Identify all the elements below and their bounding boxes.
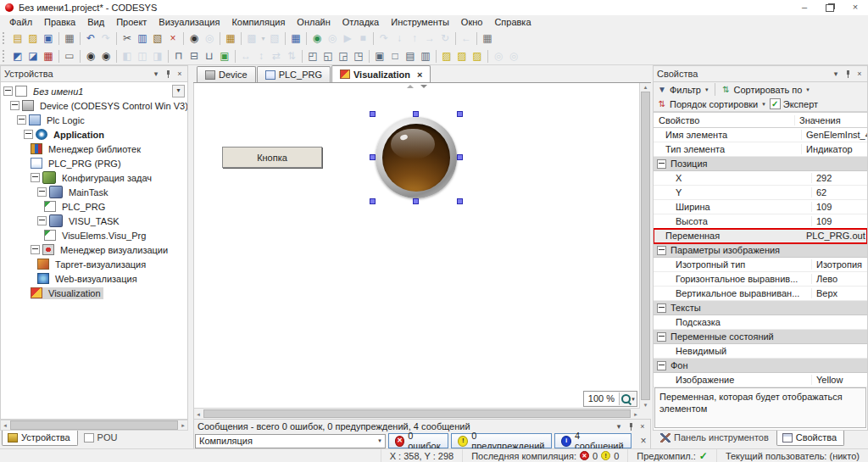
menu-Компиляция[interactable]: Компиляция — [225, 16, 291, 28]
new-file-icon[interactable]: ▤ — [10, 31, 25, 46]
property-row-Переменная[interactable]: ПеременнаяPLC_PRG.out — [654, 229, 867, 243]
tree-item-task[interactable]: VISU_TASK — [1, 214, 187, 228]
scrollbar-thumb[interactable] — [641, 92, 650, 400]
zoom-control[interactable]: 100 % ▾ — [583, 391, 637, 407]
property-row-Имя элемента[interactable]: Имя элементаGenElemInst_4 — [654, 128, 867, 142]
expand-collapse-toggle[interactable] — [31, 173, 40, 182]
order-bring-front-icon[interactable]: ◰ — [305, 49, 320, 64]
editor-tab-plc_prg[interactable]: PLC_PRG — [257, 66, 331, 82]
property-value[interactable]: Yellow — [811, 375, 867, 385]
tree-item-task[interactable]: MainTask — [1, 185, 187, 199]
visu-find-icon[interactable]: ◉ — [83, 49, 98, 64]
menu-Проект[interactable]: Проект — [110, 16, 153, 28]
property-value[interactable]: Индикатор — [801, 144, 867, 154]
devices-horizontal-scrollbar[interactable]: ◂ ▸ — [0, 420, 188, 431]
order-one-forward-icon[interactable]: ◱ — [320, 49, 336, 64]
canvas-vertical-scrollbar[interactable]: ▴ ▾ — [639, 83, 651, 409]
property-row-X[interactable]: X292 — [654, 171, 867, 186]
editor-tab-device[interactable]: Device — [197, 66, 256, 82]
tree-item-library-manager[interactable]: Менеджер библиотек — [1, 142, 187, 156]
toolbar-grip[interactable] — [3, 50, 8, 62]
menu-Окно[interactable]: Окно — [455, 16, 489, 28]
close-button[interactable]: × — [843, 0, 868, 15]
expand-collapse-toggle[interactable] — [37, 216, 47, 225]
tab-pou[interactable]: POU — [78, 431, 125, 446]
expand-collapse-toggle[interactable] — [37, 187, 47, 197]
paste-icon[interactable]: ▧ — [150, 31, 165, 46]
panel-dropdown-icon[interactable]: ▾ — [150, 69, 162, 80]
property-row-Изотропный тип[interactable]: Изотропный типИзотропия — [654, 258, 867, 272]
copy-icon[interactable]: ▥ — [135, 31, 150, 46]
close-panel-icon[interactable]: × — [174, 69, 186, 80]
property-value[interactable]: Лево — [811, 274, 867, 284]
find-icon[interactable]: ◉ — [186, 31, 202, 46]
expand-collapse-toggle[interactable] — [3, 86, 13, 96]
save-icon[interactable]: ▣ — [41, 31, 56, 46]
menu-Визуализация[interactable]: Визуализация — [153, 16, 225, 28]
collapse-group-toggle[interactable] — [657, 159, 666, 169]
tree-item-application[interactable]: Application — [1, 127, 187, 142]
property-group-Позиция[interactable]: Позиция — [654, 157, 867, 171]
property-value[interactable]: 109 — [811, 216, 867, 226]
property-value[interactable]: 62 — [811, 187, 867, 198]
scroll-right-icon[interactable]: ▸ — [632, 410, 640, 418]
minimize-button[interactable]: – — [792, 0, 817, 15]
menu-Инструменты[interactable]: Инструменты — [385, 16, 455, 28]
property-row-Вертикальное выравниван...[interactable]: Вертикальное выравниван...Верх — [654, 287, 867, 301]
tab-devices[interactable]: Устройства — [2, 431, 78, 446]
visu-pointer-icon[interactable]: ◩ — [10, 49, 25, 64]
library-manager-icon[interactable]: ▦ — [223, 31, 238, 46]
tab-properties[interactable]: Свойства — [776, 431, 844, 446]
property-row-Подсказка[interactable]: Подсказка — [654, 315, 867, 330]
expand-collapse-toggle[interactable] — [17, 115, 26, 125]
menu-Правка[interactable]: Правка — [38, 16, 81, 28]
pin-icon[interactable] — [625, 421, 637, 432]
scroll-left-icon[interactable]: ◂ — [1, 421, 9, 429]
property-group-Тексты[interactable]: Тексты — [654, 301, 867, 315]
delete-icon[interactable]: × — [165, 31, 181, 46]
align-middle-icon[interactable]: ⊟ — [186, 49, 202, 64]
message-category-select[interactable]: Компиляция ▾ — [195, 434, 386, 448]
visualization-canvas[interactable]: Кнопка — [194, 83, 640, 409]
tree-item-web-visu[interactable]: Web-визуализация — [1, 271, 187, 286]
scroll-down-icon[interactable]: ▾ — [642, 401, 650, 409]
magnifier-icon[interactable]: ▾ — [620, 392, 637, 405]
property-group-Фон[interactable]: Фон — [654, 359, 867, 373]
close-tab-icon[interactable]: × — [417, 70, 422, 80]
stack-back-icon[interactable]: ▨ — [470, 49, 485, 64]
splitter-collapse-icon[interactable] — [407, 83, 427, 88]
selection-handle[interactable] — [370, 198, 376, 204]
scroll-left-icon[interactable]: ◂ — [194, 410, 203, 418]
property-value[interactable]: 292 — [811, 173, 867, 183]
messages-filter-error-button[interactable]: ✕0 ошибок — [388, 433, 448, 448]
frame-elements-icon[interactable]: ▥ — [418, 49, 433, 64]
selection-handle[interactable] — [413, 111, 419, 117]
restore-button[interactable] — [817, 0, 843, 15]
collapse-group-toggle[interactable] — [657, 303, 666, 313]
property-value[interactable]: PLC_PRG.out — [801, 231, 867, 241]
zoom-level[interactable]: 100 % — [584, 392, 620, 405]
undo-icon[interactable]: ↶ — [83, 31, 98, 46]
property-value[interactable]: 109 — [811, 202, 867, 212]
panel-dropdown-icon[interactable]: ▾ — [830, 69, 842, 80]
messages-filter-info-button[interactable]: i4 сообщений — [554, 433, 632, 448]
property-row-Высота[interactable]: Высота109 — [654, 214, 867, 229]
close-panel-icon[interactable]: × — [637, 421, 648, 432]
property-value[interactable]: GenElemInst_4 — [801, 130, 867, 140]
selection-handle[interactable] — [457, 111, 463, 117]
indicator-lamp[interactable] — [376, 117, 457, 198]
tree-item-target-visu[interactable]: Таргет-визуализация — [1, 257, 187, 271]
sort-order-button[interactable]: Порядок сортировки — [670, 99, 758, 109]
toolbar-grip[interactable] — [3, 32, 8, 44]
close-panel-icon[interactable]: × — [854, 69, 865, 80]
stack-middle-icon[interactable]: ▨ — [454, 49, 470, 64]
collapse-group-toggle[interactable] — [657, 361, 666, 370]
expand-collapse-toggle[interactable] — [24, 130, 33, 139]
tree-item-visualization[interactable]: Visualization — [1, 286, 187, 300]
canvas-horizontal-scrollbar[interactable]: ◂ ▸ — [194, 408, 640, 419]
tab-toolbox[interactable]: Панель инструментов — [654, 431, 776, 446]
selection-handle[interactable] — [457, 154, 463, 160]
expert-checkbox[interactable]: ✓ — [770, 98, 781, 109]
property-row-Горизонтальное выравнив...[interactable]: Горизонтальное выравнив...Лево — [654, 272, 867, 287]
visu-find-next-icon[interactable]: ◉ — [98, 49, 114, 64]
